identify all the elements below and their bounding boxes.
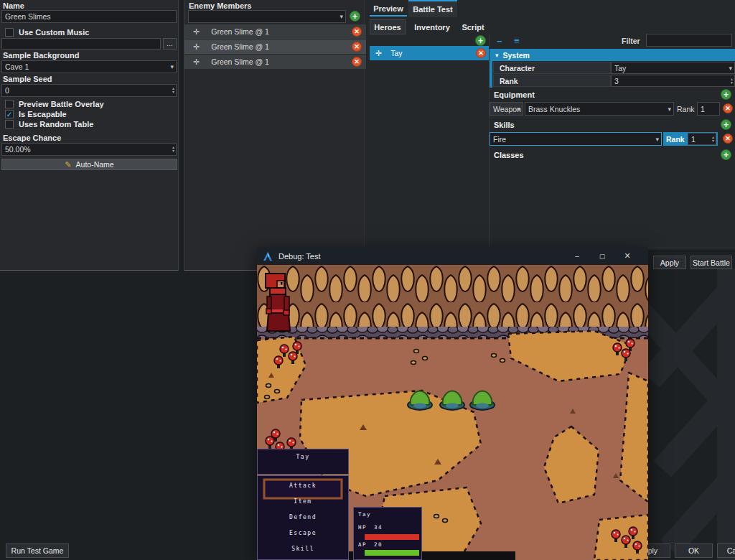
hero-list-menu-button[interactable]: ≡ [514,35,520,46]
remove-hero-button[interactable]: − [497,36,502,47]
sample-background-label: Sample Background [3,51,79,60]
equipment-item-select[interactable]: Brass Knuckles ▾ [525,102,674,116]
system-header-label: System [503,51,530,60]
menu-item-escape[interactable]: Escape [289,530,317,536]
skill-rank-stepper[interactable]: 1 ▴▾ [688,133,716,145]
add-icon: + [352,11,357,22]
tab-preview[interactable]: Preview [370,1,407,17]
name-input[interactable] [1,10,177,23]
equipment-slot-select[interactable]: Weapon ▾ [490,102,523,116]
browse-music-button[interactable]: … [163,38,177,50]
enemy-member-row[interactable]: ✛ Green Slime @ 1 ✕ [184,55,366,69]
ok-button[interactable]: OK [675,543,713,558]
hero-row-tay[interactable]: ✛ Tay ✕ [370,46,489,60]
check-icon: ✓ [6,111,12,118]
sample-seed-spin-buttons[interactable]: ▴▾ [172,85,174,96]
debug-game-window[interactable]: Debug: Test − ▢ ✕ [257,247,648,560]
enemy-member-label: Green Slime @ 1 [211,57,269,66]
background-logo-decoration [648,269,735,560]
tab-heroes[interactable]: Heroes [370,19,406,34]
move-handle-icon[interactable]: ✛ [193,42,200,52]
enemy-member-row[interactable]: ✛ Green Slime @ 1 ✕ [184,24,366,39]
debug-window-titlebar[interactable]: Debug: Test − ▢ ✕ [257,247,648,265]
battle-editor-root: Name Use Custom Music … Sample Backgroun… [0,0,735,560]
add-enemy-button[interactable]: + [350,11,360,22]
menu-item-defend[interactable]: Defend [289,514,317,521]
delete-enemy-button[interactable]: ✕ [352,42,362,52]
window-maximize-button[interactable]: ▢ [591,247,614,265]
sample-seed-label: Sample Seed [3,75,52,83]
enemy-members-header: Enemy Members [189,1,251,10]
start-battle-button[interactable]: Start Battle [690,256,732,269]
spin-down-icon[interactable]: ▾ [172,90,174,94]
skill-select[interactable]: Fire ▾ [490,132,662,146]
remove-icon: ✕ [725,105,731,112]
chevron-down-icon: ▾ [729,65,732,72]
move-handle-icon[interactable]: ✛ [375,49,382,58]
auto-name-button[interactable]: ✎ Auto-Name [1,159,177,170]
character-label: Character [500,64,535,73]
add-enemy-select[interactable]: ▾ [188,10,346,23]
rank-stepper[interactable]: 3 ▴▾ [611,75,735,87]
menu-item-item[interactable]: Item [294,498,312,505]
equipment-rank-input[interactable]: 1 [697,102,720,116]
is-escapable-checkbox[interactable]: ✓ [5,110,14,118]
rank-spin-buttons[interactable]: ▴▾ [731,75,733,86]
custom-music-input[interactable] [1,38,161,50]
apply-battle-test-label: Apply [660,258,679,267]
chevron-down-icon: ▾ [655,136,659,143]
battle-actor-name: Tay [296,454,310,460]
tab-inventory[interactable]: Inventory [411,19,454,34]
tab-script[interactable]: Script [458,19,488,34]
enemy-member-label: Green Slime @ 1 [211,42,269,51]
filter-input-field[interactable] [650,36,729,45]
spin-down-icon[interactable]: ▾ [172,149,174,153]
delete-skill-button[interactable]: ✕ [723,134,733,144]
enemy-member-row[interactable]: ✛ Green Slime @ 1 ✕ [184,39,366,54]
menu-item-attack[interactable]: Attack [289,482,317,489]
tab-battle-test[interactable]: Battle Test [408,0,457,17]
window-minimize-button[interactable]: − [566,247,589,265]
move-handle-icon[interactable]: ✛ [193,57,200,67]
status-ap-label: AP [358,541,367,548]
filter-input[interactable] [646,34,732,47]
move-handle-icon[interactable]: ✛ [193,27,200,37]
auto-name-label: Auto-Name [76,160,114,169]
preview-battle-overlay-label: Preview Battle Overlay [19,100,104,108]
expander-arrow-icon[interactable]: ▾ [495,52,499,59]
use-custom-music-checkbox[interactable] [5,28,14,37]
run-test-game-button[interactable]: Run Test Game [6,543,69,558]
preview-battle-overlay-checkbox[interactable] [5,100,14,108]
character-select[interactable]: Tay ▾ [611,62,735,74]
sample-seed-stepper[interactable]: 0 ▴▾ [1,84,177,97]
window-close-button[interactable]: ✕ [616,247,639,265]
enemy-members-panel: Enemy Members ▾ + ✛ Green Slime @ 1 ✕ ✛ … [184,0,365,271]
spin-down-icon[interactable]: ▾ [731,81,733,85]
cancel-button[interactable]: Cancel [717,543,735,558]
delete-enemy-button[interactable]: ✕ [352,27,362,37]
skill-rank-label: Rank [666,135,685,144]
delete-enemy-button[interactable]: ✕ [352,57,362,67]
custom-music-field[interactable] [5,39,157,48]
escape-chance-spin-buttons[interactable]: ▴▾ [172,144,174,155]
tab-heroes-label: Heroes [374,23,401,32]
skill-value: Fire [493,135,506,144]
skill-rank-spin-buttons[interactable]: ▴▾ [712,134,714,144]
add-class-button[interactable]: + [721,149,731,160]
escape-chance-stepper[interactable]: 50.00% ▴▾ [1,143,177,156]
status-actor-name: Tay [358,511,371,518]
delete-hero-button[interactable]: ✕ [476,48,486,58]
apply-battle-test-button[interactable]: Apply [653,256,686,269]
remove-icon: ✕ [354,28,360,35]
chevron-down-icon: ▾ [170,63,174,70]
add-hero-button[interactable]: + [475,35,486,46]
delete-equipment-button[interactable]: ✕ [723,103,733,113]
name-input-field[interactable] [5,12,173,21]
menu-item-skill[interactable]: Skill [291,546,314,552]
system-expander[interactable]: ▾ System [490,49,735,61]
spin-down-icon[interactable]: ▾ [712,139,714,143]
sample-background-select[interactable]: Cave 1 ▾ [1,60,177,73]
add-skill-button[interactable]: + [721,119,731,130]
add-equipment-button[interactable]: + [721,89,731,100]
uses-random-table-checkbox[interactable] [5,120,14,129]
